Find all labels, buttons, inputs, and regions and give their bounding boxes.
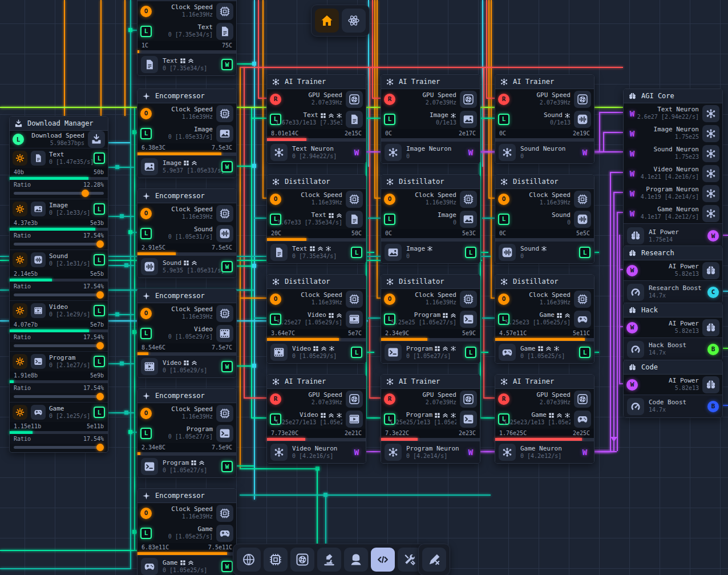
card-ai-trainer-text[interactable]: AI TrainerRGPU Speed2.07e39HzLText3.67e3… xyxy=(266,74,366,164)
neuron-button[interactable] xyxy=(385,144,402,161)
brain-button[interactable] xyxy=(627,227,644,244)
code-button[interactable] xyxy=(371,548,395,572)
card-code[interactable]: CodeWAI Power5.82e13Code Boost14.7xB xyxy=(623,360,723,418)
card-header[interactable]: Encompressor xyxy=(137,189,236,203)
chip-button[interactable] xyxy=(216,3,233,20)
gear-button[interactable] xyxy=(13,151,27,166)
port-O[interactable]: O xyxy=(140,408,152,419)
port-L[interactable]: L xyxy=(140,128,152,139)
program-button[interactable] xyxy=(460,311,477,328)
port-O[interactable]: O xyxy=(140,108,152,119)
card-header[interactable]: Distillator xyxy=(495,175,594,189)
gpu-button[interactable] xyxy=(460,391,477,408)
neuron-button[interactable] xyxy=(270,144,288,161)
port-O[interactable]: O xyxy=(270,293,281,305)
port-L[interactable]: L xyxy=(465,247,476,258)
port-O[interactable]: O xyxy=(140,6,152,17)
gpu-button[interactable] xyxy=(574,391,591,408)
port-W[interactable]: W xyxy=(626,148,638,159)
port-R[interactable]: R xyxy=(270,94,281,105)
gear-button[interactable] xyxy=(13,252,27,267)
ratio-slider[interactable] xyxy=(14,240,104,248)
port-L[interactable]: L xyxy=(94,203,105,215)
ratio-slider[interactable] xyxy=(14,291,104,299)
brain-button[interactable] xyxy=(702,262,719,279)
card-header[interactable]: Distillator xyxy=(267,175,366,189)
port-W[interactable]: W xyxy=(707,230,719,242)
card-ai-trainer-sound[interactable]: AI TrainerRGPU Speed2.07e39HzLSound0/1e1… xyxy=(495,74,594,164)
gauge-button[interactable] xyxy=(627,341,644,358)
port-W[interactable]: W xyxy=(221,561,233,572)
port-W[interactable]: W xyxy=(626,168,638,179)
port-W[interactable]: W xyxy=(626,208,638,219)
game-canvas[interactable]: Download ManagerLDownload Speed5.98e37bp… xyxy=(0,0,728,575)
card-header[interactable]: Download Manager xyxy=(10,116,108,131)
card-header[interactable]: Encompressor xyxy=(137,289,236,303)
card-header[interactable]: AI Trainer xyxy=(495,375,594,389)
port-B[interactable]: B xyxy=(707,401,719,412)
card-header[interactable]: Research xyxy=(624,246,722,260)
port-L[interactable]: L xyxy=(140,228,152,239)
sound-button[interactable] xyxy=(216,225,233,242)
video-button[interactable] xyxy=(346,311,363,328)
video-button[interactable] xyxy=(141,358,158,375)
program-button[interactable] xyxy=(460,411,477,428)
file-button[interactable] xyxy=(216,23,233,40)
port-L[interactable]: L xyxy=(579,347,591,358)
card-header[interactable]: Encompressor xyxy=(137,389,236,403)
card-header[interactable]: Distillator xyxy=(267,275,366,289)
card-research[interactable]: ResearchWAI Power5.82e13Research Boost14… xyxy=(623,246,723,304)
neuron-button[interactable] xyxy=(702,145,719,162)
port-L[interactable]: L xyxy=(140,26,152,37)
port-W[interactable]: W xyxy=(626,265,638,276)
game-button[interactable] xyxy=(499,344,516,361)
sound-button[interactable] xyxy=(574,111,591,128)
card-header[interactable]: Encompressor xyxy=(137,89,236,103)
neuron-button[interactable] xyxy=(702,105,719,122)
card-encompressor-sound[interactable]: EncompressorOClock Speed1.16e39HzLSound0… xyxy=(137,188,237,278)
port-L[interactable]: L xyxy=(94,305,105,316)
port-L[interactable]: L xyxy=(384,214,395,225)
chip-button[interactable] xyxy=(574,191,591,208)
gpu-button[interactable] xyxy=(460,91,477,108)
port-O[interactable]: O xyxy=(384,194,395,205)
port-L[interactable]: L xyxy=(140,528,152,539)
gpu-button[interactable] xyxy=(290,548,314,572)
port-L[interactable]: L xyxy=(384,114,395,125)
port-O[interactable]: O xyxy=(498,293,509,305)
hacker-button[interactable] xyxy=(344,548,368,572)
card-ai-trainer-game[interactable]: AI TrainerRGPU Speed2.07e39HzLGame5.25e2… xyxy=(495,374,594,464)
gauge-button[interactable] xyxy=(627,284,644,301)
port-W[interactable]: W xyxy=(221,261,233,272)
card-header[interactable]: Distillator xyxy=(381,275,480,289)
ratio-slider[interactable] xyxy=(14,444,104,451)
file-button[interactable] xyxy=(346,211,363,228)
port-W[interactable]: W xyxy=(626,128,638,139)
neuron-button[interactable] xyxy=(702,165,719,182)
gear-button[interactable] xyxy=(13,303,27,318)
game-button[interactable] xyxy=(574,311,591,328)
card-encompressor-game[interactable]: EncompressorOClock Speed1.16e39HzLGame0 … xyxy=(137,488,237,575)
chip-button[interactable] xyxy=(216,405,233,422)
card-header[interactable]: Distillator xyxy=(381,175,480,189)
port-C[interactable]: C xyxy=(707,287,719,298)
file-button[interactable] xyxy=(141,56,158,73)
card-header[interactable]: AI Trainer xyxy=(495,75,594,89)
port-L[interactable]: L xyxy=(94,407,105,418)
video-button[interactable] xyxy=(216,325,233,342)
port-R[interactable]: R xyxy=(384,94,395,105)
card-header[interactable]: Distillator xyxy=(495,275,594,289)
chip-button[interactable] xyxy=(216,205,233,222)
neuron-button[interactable] xyxy=(499,144,516,161)
game-button[interactable] xyxy=(574,411,591,428)
image-button[interactable] xyxy=(460,211,477,228)
card-ai-trainer-image[interactable]: AI TrainerRGPU Speed2.07e39HzLImage0/1e1… xyxy=(381,74,480,164)
port-L[interactable]: L xyxy=(498,214,509,225)
card-header[interactable]: AI Trainer xyxy=(267,75,366,89)
sound-button[interactable] xyxy=(31,252,46,267)
port-L[interactable]: L xyxy=(351,347,362,358)
port-L[interactable]: L xyxy=(498,114,509,125)
globe-button[interactable] xyxy=(237,548,261,572)
port-W[interactable]: W xyxy=(626,379,638,391)
card-encompressor-video[interactable]: EncompressorOClock Speed1.16e39HzLVideo0… xyxy=(137,288,237,378)
